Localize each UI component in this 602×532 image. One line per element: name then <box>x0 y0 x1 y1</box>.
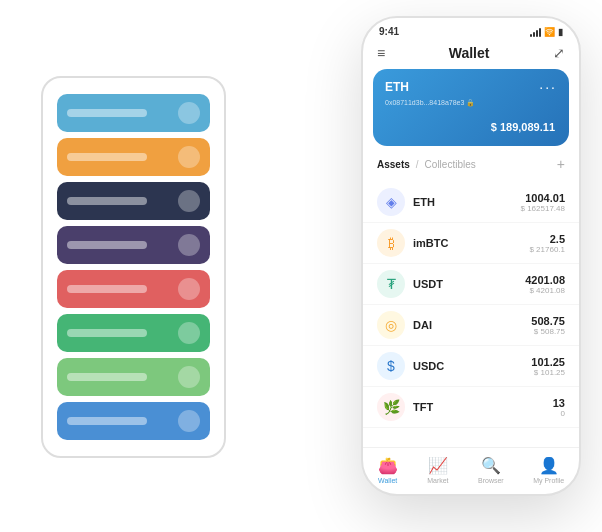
bottom-nav: 👛 Wallet 📈 Market 🔍 Browser 👤 My Profile <box>363 447 579 494</box>
assets-tabs: Assets / Collectibles <box>377 159 476 170</box>
asset-amount: 1004.01 <box>521 192 566 204</box>
status-bar: 9:41 🛜 ▮ <box>363 18 579 41</box>
asset-item[interactable]: ◎ DAI 508.75 $ 508.75 <box>363 305 579 346</box>
card-icon <box>178 234 200 256</box>
asset-usd: $ 101.25 <box>531 368 565 377</box>
card-icon <box>178 410 200 432</box>
asset-values: 13 0 <box>553 397 565 418</box>
asset-item[interactable]: $ USDC 101.25 $ 101.25 <box>363 346 579 387</box>
asset-values: 508.75 $ 508.75 <box>531 315 565 336</box>
signal-icon <box>530 27 541 37</box>
wallet-balance: $ 189,089.11 <box>385 115 557 136</box>
card-icon <box>178 102 200 124</box>
card-line <box>67 329 147 337</box>
asset-list: ◈ ETH 1004.01 $ 162517.48 ₿ imBTC 2.5 $ … <box>363 182 579 447</box>
scene: 9:41 🛜 ▮ ≡ Wallet ⤢ ETH ··· <box>21 16 581 516</box>
nav-icon-market: 📈 <box>428 456 448 475</box>
asset-usd: $ 21760.1 <box>529 245 565 254</box>
wallet-card: ETH ··· 0x08711d3b...8418a78e3 🔒 $ 189,0… <box>373 69 569 146</box>
asset-name: DAI <box>413 319 531 331</box>
card-icon <box>178 146 200 168</box>
tab-divider: / <box>416 159 419 170</box>
tab-collectibles[interactable]: Collectibles <box>425 159 476 170</box>
card-icon <box>178 278 200 300</box>
card-stack <box>41 76 226 458</box>
asset-icon-usdt: ₮ <box>377 270 405 298</box>
wallet-token-label: ETH <box>385 80 409 94</box>
card-item[interactable] <box>57 226 210 264</box>
wifi-icon: 🛜 <box>544 27 555 37</box>
asset-name: USDC <box>413 360 531 372</box>
asset-name: ETH <box>413 196 521 208</box>
asset-usd: $ 508.75 <box>531 327 565 336</box>
card-icon <box>178 322 200 344</box>
asset-usd: $ 4201.08 <box>525 286 565 295</box>
asset-item[interactable]: 🌿 TFT 13 0 <box>363 387 579 428</box>
asset-item[interactable]: ₮ USDT 4201.08 $ 4201.08 <box>363 264 579 305</box>
assets-header: Assets / Collectibles + <box>377 156 565 172</box>
wallet-options-icon[interactable]: ··· <box>539 79 557 95</box>
nav-item-market[interactable]: 📈 Market <box>427 456 448 484</box>
card-item[interactable] <box>57 402 210 440</box>
tab-assets[interactable]: Assets <box>377 159 410 170</box>
asset-name: TFT <box>413 401 553 413</box>
card-item[interactable] <box>57 138 210 176</box>
asset-name: USDT <box>413 278 525 290</box>
card-line <box>67 285 147 293</box>
phone-mockup: 9:41 🛜 ▮ ≡ Wallet ⤢ ETH ··· <box>361 16 581 496</box>
asset-name: imBTC <box>413 237 529 249</box>
nav-label-wallet: Wallet <box>378 477 397 484</box>
asset-amount: 101.25 <box>531 356 565 368</box>
menu-icon[interactable]: ≡ <box>377 45 385 61</box>
card-line <box>67 373 147 381</box>
assets-section: Assets / Collectibles + <box>363 146 579 182</box>
asset-item[interactable]: ◈ ETH 1004.01 $ 162517.48 <box>363 182 579 223</box>
status-icons: 🛜 ▮ <box>530 27 563 37</box>
asset-usd: $ 162517.48 <box>521 204 566 213</box>
card-line <box>67 197 147 205</box>
card-item[interactable] <box>57 182 210 220</box>
card-item[interactable] <box>57 94 210 132</box>
nav-item-browser[interactable]: 🔍 Browser <box>478 456 504 484</box>
asset-icon-dai: ◎ <box>377 311 405 339</box>
card-line <box>67 241 147 249</box>
card-item[interactable] <box>57 314 210 352</box>
asset-amount: 2.5 <box>529 233 565 245</box>
card-icon <box>178 366 200 388</box>
wallet-card-top: ETH ··· <box>385 79 557 95</box>
asset-usd: 0 <box>553 409 565 418</box>
nav-label-profile: My Profile <box>533 477 564 484</box>
nav-icon-profile: 👤 <box>539 456 559 475</box>
asset-values: 101.25 $ 101.25 <box>531 356 565 377</box>
card-item[interactable] <box>57 358 210 396</box>
nav-item-wallet[interactable]: 👛 Wallet <box>378 456 398 484</box>
asset-values: 1004.01 $ 162517.48 <box>521 192 566 213</box>
asset-values: 4201.08 $ 4201.08 <box>525 274 565 295</box>
asset-amount: 508.75 <box>531 315 565 327</box>
nav-item-profile[interactable]: 👤 My Profile <box>533 456 564 484</box>
asset-item[interactable]: ₿ imBTC 2.5 $ 21760.1 <box>363 223 579 264</box>
card-line <box>67 153 147 161</box>
nav-icon-browser: 🔍 <box>481 456 501 475</box>
card-item[interactable] <box>57 270 210 308</box>
status-time: 9:41 <box>379 26 399 37</box>
battery-icon: ▮ <box>558 27 563 37</box>
balance-amount: $ 189,089.11 <box>491 121 555 133</box>
expand-icon[interactable]: ⤢ <box>553 45 565 61</box>
wallet-address: 0x08711d3b...8418a78e3 🔒 <box>385 99 557 107</box>
nav-label-market: Market <box>427 477 448 484</box>
card-line <box>67 417 147 425</box>
asset-values: 2.5 $ 21760.1 <box>529 233 565 254</box>
asset-icon-tft: 🌿 <box>377 393 405 421</box>
nav-icon-wallet: 👛 <box>378 456 398 475</box>
card-line <box>67 109 147 117</box>
asset-icon-eth: ◈ <box>377 188 405 216</box>
card-icon <box>178 190 200 212</box>
add-asset-button[interactable]: + <box>557 156 565 172</box>
phone-header: ≡ Wallet ⤢ <box>363 41 579 69</box>
asset-amount: 13 <box>553 397 565 409</box>
asset-icon-usdc: $ <box>377 352 405 380</box>
nav-label-browser: Browser <box>478 477 504 484</box>
asset-icon-imbtc: ₿ <box>377 229 405 257</box>
header-title: Wallet <box>449 45 490 61</box>
